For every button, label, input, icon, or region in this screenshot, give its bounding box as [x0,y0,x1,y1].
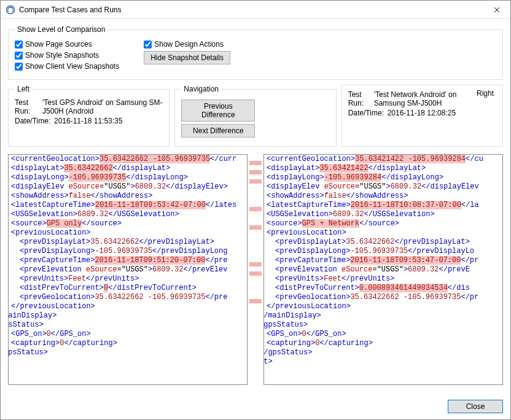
code-line: <displayLong>-105.96939284</displayLong> [263,173,496,182]
code-line: <GPS_on>0</GPS_on> [8,330,241,339]
code-line: <currentGeolocation>35.63421422 -105.969… [263,155,496,164]
close-button[interactable]: Close [448,400,503,413]
code-line: <distPrevToCurrent>0.000893461449034534<… [263,284,496,293]
code-line: <source>GPS + Network</source> [263,219,496,228]
code-line: <capturing>0</capturing> [263,339,496,348]
code-line: <previousLocation> [8,228,241,238]
code-line: <prevGeolocation>35.63422662 -105.969397… [263,293,496,302]
code-line: > [8,357,241,367]
code-line: <prevDisplayLong>-105.96939735</prevDisp… [263,247,496,256]
show-page-sources-input[interactable] [15,41,23,49]
code-line: <prevGeolocation>35.63422662 -105.969397… [8,293,241,302]
code-line: <displayElev eSource="USGS">6809.32</dis… [8,182,241,192]
code-line: mainDisplay> [8,311,241,321]
code-line: <currentGeolocation>35.63422662 -105.969… [8,155,241,164]
code-line: <distPrevToCurrent>0</distPrevToCurrent> [8,284,241,293]
code-line: </mainDisplay> [263,311,496,321]
code-line: </gpsStatus> [263,348,496,357]
code-line: <latestCaptureTime>2016-11-18T10:08:37-0… [263,201,496,210]
code-line: <prevUnits>Feet</prevUnits> [263,274,496,284]
diff-area: <currentGeolocation>35.63422662 -105.969… [8,152,503,395]
right-legend: Right [474,89,496,98]
code-line: <prevUnits>Feet</prevUnits> [8,274,241,284]
diff-gutter-mark [249,161,262,165]
diff-gutter-mark [249,207,262,211]
show-design-actions-checkbox[interactable]: Show Design Actions [144,40,230,49]
show-page-sources-checkbox[interactable]: Show Page Sources [15,40,119,49]
right-testrun-label: Test Run: [348,90,374,107]
left-testrun-label: Test Run: [15,98,42,115]
show-client-view-snapshots-label: Show Client View Snapshots [25,62,119,71]
diff-gutter-mark [249,179,262,184]
right-testrun-value: 'Test Network Android' on Samsung SM-J50… [374,90,474,107]
show-level-legend: Show Level of Comparison [15,25,107,34]
code-line: <USGSelevation>6809.32</USGSelevation> [263,210,496,219]
navigation-legend: Navigation [181,85,221,93]
right-date-value: 2016-11-18 12:08:25 [388,109,456,117]
code-line: ot> [263,357,496,367]
window-title: Compare Test Cases and Runs [19,6,483,14]
show-client-view-snapshots-input[interactable] [15,63,23,71]
code-line: <showAddress>false</showAddress> [8,192,241,201]
diff-gutter-mark [249,299,262,303]
hide-snapshot-details-button[interactable]: Hide Snapshot Details [144,51,230,64]
code-line: <prevElevation eSource="USGS">6809.32</p… [263,265,496,274]
code-line: <showAddress>false</showAddress> [263,192,496,201]
code-line: <previousLocation> [263,228,496,238]
diff-gutter [248,154,263,385]
diff-gutter-mark [249,225,262,230]
navigation-group: Navigation Previous Difference Next Diff… [174,85,336,147]
window-close-button[interactable] [483,1,510,18]
code-line: <prevDisplayLat>35.63422662</prevDisplay… [8,238,241,247]
next-difference-button[interactable]: Next Difference [181,124,255,138]
show-client-view-snapshots-checkbox[interactable]: Show Client View Snapshots [15,62,119,71]
code-line: <displayLat>35.63421422</displayLat> [263,164,496,173]
show-style-snapshots-checkbox[interactable]: Show Style Snapshots [15,51,119,60]
diff-gutter-mark [249,271,262,276]
show-design-actions-input[interactable] [144,41,152,49]
code-line: <latestCaptureTime>2016-11-18T09:53:42-0… [8,201,241,210]
left-date-label: Date/Time: [15,117,54,125]
right-date-label: Date/Time: [348,109,388,117]
app-icon [6,5,15,15]
right-code-pane[interactable]: <currentGeolocation>35.63421422 -105.969… [263,154,503,385]
left-testrun-value: 'Test GPS Android' on Samsung SM-J500H (… [42,98,163,115]
code-line: <prevElevation eSource="USGS">6809.32</p… [8,265,241,274]
left-legend: Left [15,85,32,93]
left-code-pane[interactable]: <currentGeolocation>35.63422662 -105.969… [8,154,248,385]
code-line: <prevDisplayLong>-105.96939735</prevDisp… [8,247,241,256]
previous-difference-button[interactable]: Previous Difference [181,99,255,122]
code-line: <prevCaptureTime>2016-11-18T09:53:47-07:… [263,256,496,265]
code-line: <GPS_on>0</GPS_on> [263,330,496,339]
code-line: <prevDisplayLat>35.63422662</prevDisplay… [263,238,496,247]
diff-gutter-mark [249,170,262,174]
code-line: <gpsStatus> [263,321,496,330]
code-line: <capturing>0</capturing> [8,339,241,348]
code-line: <displayLong>-105.96939735</displayLong> [8,173,241,182]
code-line: <source>GPS only</source> [8,219,241,228]
code-line: <prevCaptureTime>2016-11-18T09:51:20-07:… [8,256,241,265]
code-line: </previousLocation> [263,302,496,311]
left-date-value: 2016-11-18 11:53:35 [54,117,122,125]
show-style-snapshots-label: Show Style Snapshots [25,51,99,60]
code-line: </previousLocation> [8,302,241,311]
show-design-actions-label: Show Design Actions [154,40,224,49]
code-line: <USGSelevation>6809.32</USGSelevation> [8,210,241,219]
diff-gutter-mark [249,262,262,266]
show-style-snapshots-input[interactable] [15,52,23,60]
code-line: psStatus> [8,321,241,330]
right-group: Right Test Run:'Test Network Android' on… [341,85,503,147]
titlebar: Compare Test Cases and Runs [1,1,510,19]
code-line: <displayElev eSource="USGS">6809.32</dis… [263,182,496,192]
code-line: gpsStatus> [8,348,241,357]
show-level-group: Show Level of Comparison Show Page Sourc… [8,25,503,80]
code-line: <displayLat>35.63422662</displayLat> [8,164,241,173]
show-page-sources-label: Show Page Sources [25,40,92,49]
left-group: Left Test Run:'Test GPS Android' on Sams… [8,85,170,147]
